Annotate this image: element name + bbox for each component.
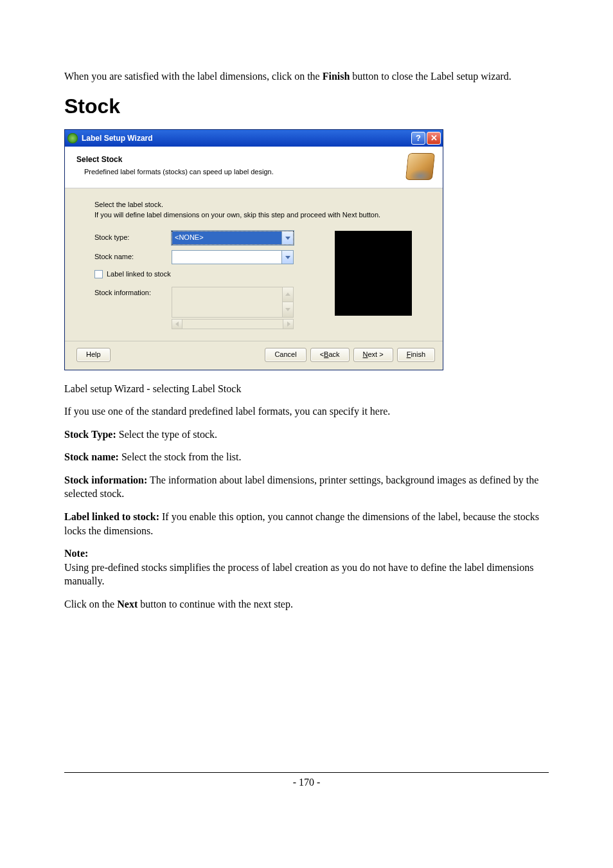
dropdown-icon[interactable]: [281, 231, 293, 244]
label-linked-checkbox[interactable]: Label linked to stock: [94, 269, 300, 279]
scroll-down-icon[interactable]: [283, 302, 293, 317]
wizard-step-subtitle: Predefined label formats (stocks) can sp…: [84, 167, 400, 177]
para-stock-info: Stock information: The information about…: [64, 473, 549, 501]
stock-type-def: Select the type of stock.: [116, 429, 217, 440]
stock-type-term: Stock Type:: [64, 429, 116, 440]
back-button[interactable]: < Back: [310, 348, 350, 362]
checkbox-box[interactable]: [94, 270, 103, 278]
finish-rest: inish: [411, 350, 425, 359]
intro-paragraph: When you are satisfied with the label di…: [64, 69, 549, 84]
stock-name-combo[interactable]: [172, 250, 294, 264]
intro-pre: When you are satisfied with the label di…: [64, 71, 323, 82]
help-button[interactable]: Help: [76, 348, 111, 362]
stock-preview: [335, 231, 412, 316]
stock-type-value: <NONE>: [172, 231, 281, 244]
stock-name-term: Stock name:: [64, 451, 119, 462]
next-u: N: [363, 350, 368, 359]
wizard-header: Select Stock Predefined label formats (s…: [65, 147, 443, 188]
note-text: Using pre-defined stocks simplifies the …: [64, 562, 533, 587]
app-icon: [67, 133, 78, 143]
stock-info-textarea: [172, 287, 294, 318]
instructions: Select the label stock. If you will defi…: [94, 200, 429, 221]
next-rest: ext >: [368, 350, 383, 359]
footer-rule: [64, 772, 549, 773]
help-button[interactable]: ?: [411, 132, 425, 145]
para-stock-type: Stock Type: Select the type of stock.: [64, 428, 549, 442]
scroll-up-icon[interactable]: [283, 287, 293, 303]
closing-bold: Next: [117, 599, 138, 610]
para-label-linked: Label linked to stock: If you enable thi…: [64, 510, 549, 538]
scroll-left-icon[interactable]: [172, 319, 182, 329]
back-u: B: [324, 350, 328, 359]
para-predefined: If you use one of the standard predefine…: [64, 404, 549, 419]
stock-type-label: Stock type:: [94, 233, 172, 242]
instr-line1: Select the label stock.: [94, 200, 429, 210]
close-button[interactable]: ✕: [427, 132, 441, 145]
label-setup-wizard-dialog: Label Setup Wizard ? ✕ Select Stock Pred…: [64, 129, 443, 370]
para-stock-name: Stock name: Select the stock from the li…: [64, 450, 549, 464]
scrollbar-track[interactable]: [182, 319, 283, 329]
finish-u: F: [407, 350, 411, 359]
titlebar: Label Setup Wizard ? ✕: [65, 130, 443, 147]
note-label: Note:: [64, 548, 88, 559]
closing-pre: Click on the: [64, 599, 117, 610]
instr-line2: If you will define label dimensions on y…: [94, 210, 429, 221]
stock-name-value: [172, 251, 281, 264]
stock-info-term: Stock information:: [64, 475, 147, 485]
stock-type-combo[interactable]: <NONE>: [172, 231, 294, 245]
stock-name-label: Stock name:: [94, 252, 172, 262]
window-title: Label Setup Wizard: [82, 133, 410, 143]
cancel-button[interactable]: Cancel: [265, 348, 306, 362]
stock-info-label: Stock information:: [94, 287, 172, 329]
back-rest: ack: [328, 350, 339, 359]
next-button[interactable]: Next >: [353, 348, 393, 362]
scroll-right-icon[interactable]: [283, 319, 294, 329]
closing-post: button to continue with the next step.: [138, 599, 293, 610]
label-icon: [405, 153, 435, 180]
intro-bold: Finish: [323, 71, 350, 82]
wizard-step-title: Select Stock: [76, 154, 400, 165]
section-heading: Stock: [64, 93, 549, 120]
para-note: Note: Using pre-defined stocks simplifie…: [64, 547, 549, 588]
horizontal-scrollbar[interactable]: [172, 319, 294, 329]
label-linked-term: Label linked to stock:: [64, 511, 159, 522]
finish-button[interactable]: Finish: [397, 348, 435, 362]
label-linked-text: Label linked to stock: [107, 269, 171, 279]
para-closing: Click on the Next button to continue wit…: [64, 597, 549, 611]
stock-name-def: Select the stock from the list.: [119, 451, 242, 462]
dropdown-icon[interactable]: [281, 251, 293, 264]
page-number: - 170 -: [64, 777, 549, 788]
intro-post: button to close the Label setup wizard.: [350, 71, 511, 82]
vertical-scrollbar[interactable]: [282, 287, 293, 317]
wizard-footer: Help Cancel < Back Next > Finish: [65, 341, 443, 370]
figure-caption: Label setup Wizard - selecting Label Sto…: [64, 382, 549, 396]
